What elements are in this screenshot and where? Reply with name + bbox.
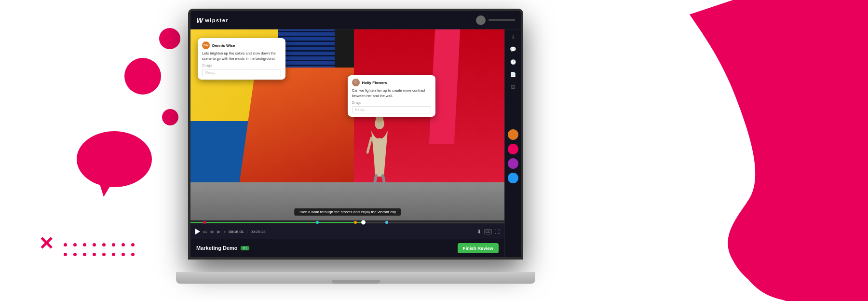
video-title-text: Marketing Demo	[196, 245, 238, 251]
wipster-logo: W wipster	[196, 16, 229, 24]
dot-small	[162, 109, 178, 125]
svg-line-6	[383, 176, 385, 185]
svg-point-0	[77, 131, 152, 187]
reviewer-avatar-3[interactable]	[508, 158, 518, 169]
step-fwd-icon[interactable]: ⊳	[217, 229, 220, 234]
holly-comment-text: Can we lighten her up to create more con…	[352, 88, 431, 99]
comment-bubble-holly: Holly Flowers Can we lighten her up to c…	[348, 75, 435, 117]
svg-line-4	[367, 138, 371, 152]
total-time: 00:29.28	[251, 230, 266, 234]
play-button[interactable]	[195, 229, 200, 234]
progress-bar-container[interactable]	[190, 220, 504, 224]
marker-red	[203, 221, 206, 224]
marker-blue	[385, 221, 388, 224]
speech-bubble-icon	[75, 129, 154, 199]
dennis-comment-text: Lets brighten up the colors and slow dow…	[202, 51, 281, 62]
comment-bubble-dennis: DW Dennis Wise Lets brighten up the colo…	[198, 38, 285, 80]
video-column: DW Dennis Wise Lets brighten up the colo…	[190, 29, 504, 257]
current-time: 00:16.01	[229, 230, 244, 234]
progress-thumb[interactable]	[361, 220, 366, 225]
holly-reply-box[interactable]: Reply...	[352, 106, 431, 113]
holly-comment-time: 2h ago	[352, 101, 431, 104]
video-frame: DW Dennis Wise Lets brighten up the colo…	[190, 29, 504, 220]
app-header: W wipster	[190, 11, 521, 29]
laptop-container: W wipster	[188, 9, 535, 293]
progress-track	[190, 222, 504, 223]
comments-icon[interactable]: 💬	[509, 45, 517, 54]
step-back-icon[interactable]: ⊲	[210, 229, 214, 234]
x-mark-icon: ✕	[39, 234, 54, 253]
reviewer-avatar-2[interactable]	[508, 144, 518, 154]
app-main-area: DW Dennis Wise Lets brighten up the colo…	[190, 29, 521, 257]
time-slash: /	[246, 230, 247, 234]
dot-top-right	[159, 28, 180, 49]
download-icon[interactable]: ⬇	[477, 229, 481, 235]
history-icon[interactable]: 🕐	[509, 57, 517, 66]
user-avatar	[476, 15, 486, 25]
wipster-app: W wipster	[190, 11, 521, 257]
media-icon[interactable]: 🖼	[509, 82, 517, 91]
document-icon[interactable]: 📄	[509, 70, 517, 79]
svg-line-5	[374, 176, 376, 185]
right-swoosh-decoration	[661, 0, 868, 301]
dennis-comment-time: 2h ago	[202, 64, 281, 67]
laptop-base	[176, 272, 535, 284]
dennis-reply-box[interactable]: Reply...	[202, 69, 281, 76]
time-divider: ●	[223, 230, 226, 234]
video-title-area: Marketing Demo V1	[196, 245, 249, 251]
laptop-notch	[332, 280, 380, 284]
marker-teal	[316, 221, 319, 224]
controls-bar: x1 ⊲ ⊳ ● 00:16.01 / 00:29.28 ⬇	[190, 224, 504, 239]
woman-figure	[366, 114, 393, 186]
dennis-avatar: DW	[202, 41, 210, 49]
holly-avatar	[352, 79, 360, 86]
reviewer-avatar-4[interactable]	[508, 173, 518, 183]
dot-grid	[62, 241, 137, 259]
marker-orange	[354, 221, 357, 224]
fullscreen-icon[interactable]: ⛶	[495, 229, 500, 234]
info-icon[interactable]: ℹ	[509, 32, 517, 41]
dennis-name: Dennis Wise	[212, 43, 235, 48]
reviewer-avatar-1[interactable]	[508, 129, 518, 140]
laptop-screen: W wipster	[188, 9, 523, 260]
speed-indicator: x1	[203, 230, 207, 234]
bottom-bar: Marketing Demo V1 Finish Review	[190, 239, 504, 257]
finish-review-button[interactable]: Finish Review	[458, 243, 499, 253]
progress-filled	[190, 222, 363, 223]
logo-text: wipster	[205, 17, 229, 23]
user-name-placeholder	[488, 19, 515, 21]
logo-w-icon: W	[196, 16, 203, 24]
dot-large	[124, 58, 161, 95]
holly-name: Holly Flowers	[362, 81, 387, 85]
header-user	[476, 15, 515, 25]
right-sidebar: ℹ 💬 🕐 📄 🖼	[504, 29, 521, 257]
version-badge: V1	[241, 246, 250, 250]
captions-icon[interactable]: CC	[484, 229, 492, 234]
subtitle-text: Take a walk through the streets and enjo…	[294, 208, 401, 216]
